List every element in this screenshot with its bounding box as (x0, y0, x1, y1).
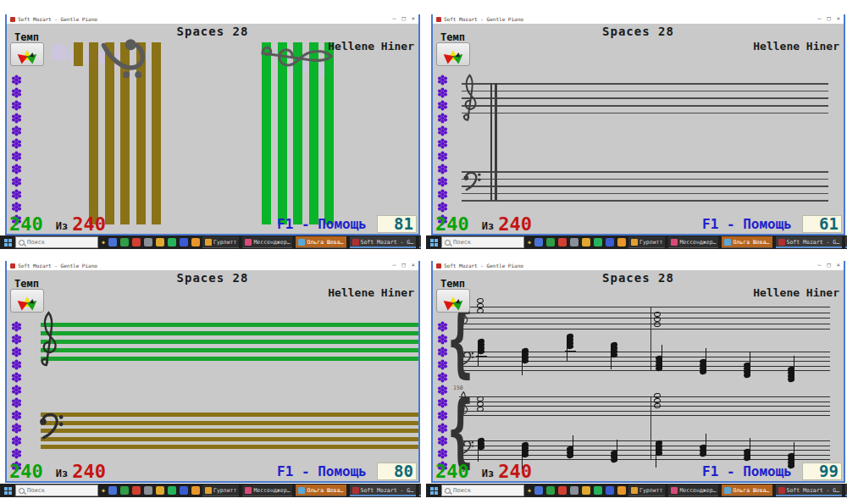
note-stem (573, 435, 573, 457)
taskbar-task-button[interactable]: Soft Mozart - G… (776, 236, 842, 248)
taskbar-app-icon[interactable] (558, 238, 567, 246)
task-label: Soft Mozart - G… (787, 487, 840, 494)
taskbar-app-icon[interactable] (582, 486, 590, 495)
windows-taskbar-bottom-right: ✦ ГурлиттМессенджер…Ольга Шева…Soft Moza… (426, 484, 847, 497)
taskbar-app-icon[interactable] (156, 486, 164, 495)
taskbar-task-button[interactable]: Мессенджер… (242, 236, 292, 248)
taskbar-app-icon[interactable] (582, 238, 590, 246)
tempo-button[interactable] (10, 289, 44, 313)
taskbar-app-icon[interactable] (108, 238, 117, 246)
notehead (653, 321, 661, 328)
taskbar-task-button[interactable]: Ольга Шева… (722, 485, 772, 496)
search-input[interactable] (453, 239, 521, 246)
start-button[interactable] (429, 237, 439, 247)
cortana-sparkle-icon[interactable]: ✦ (101, 238, 106, 246)
taskbar-app-icon[interactable] (168, 238, 176, 246)
search-input[interactable] (27, 487, 95, 494)
taskbar-task-button[interactable]: Ольга Шева… (722, 236, 772, 248)
taskbar-task-button[interactable]: Гурлитт (628, 236, 665, 248)
taskbar-app-icon[interactable] (558, 486, 567, 495)
taskbar-app-icon[interactable] (120, 486, 129, 495)
taskbar-app-icon[interactable] (108, 486, 117, 495)
taskbar-app-icon[interactable] (132, 238, 141, 246)
taskbar-app-icon[interactable] (617, 486, 626, 495)
search-box[interactable] (441, 485, 524, 496)
taskbar-task-button[interactable]: Ольга Шева… (296, 236, 346, 248)
close-button[interactable]: × (837, 262, 840, 269)
app-window-top-left: Soft Mozart - Gentle Piano – □ × Spaces … (5, 14, 420, 235)
search-box[interactable] (441, 236, 524, 248)
taskbar-app-icon[interactable] (534, 238, 543, 246)
staff-line (462, 193, 828, 195)
task-app-icon (671, 487, 678, 494)
start-button[interactable] (3, 237, 13, 247)
taskbar-task-button[interactable]: Гурлитт (628, 485, 665, 496)
close-button[interactable]: × (837, 15, 840, 23)
taskbar-app-icon[interactable] (132, 486, 141, 495)
start-button[interactable] (429, 485, 439, 496)
minimize-button[interactable]: – (392, 262, 396, 269)
taskbar-task-button[interactable]: Гурлитт (202, 485, 239, 496)
minimize-button[interactable]: – (817, 15, 821, 23)
flower-icon (11, 396, 22, 407)
taskbar-app-icon[interactable] (156, 238, 164, 246)
taskbar-app-icon[interactable] (180, 486, 188, 495)
taskbar-task-button[interactable]: Soft Mozart - G… (776, 485, 842, 496)
taskbar-app-icons (108, 238, 200, 246)
taskbar-app-icon[interactable] (570, 238, 579, 246)
flower-icon (437, 136, 448, 147)
window-content: Spaces 28 Hellene Hiner Темп 240 Из 240 … (7, 24, 418, 234)
stage: {{120150 (433, 270, 844, 481)
taskbar-task-button[interactable]: Мессенджер… (668, 485, 718, 496)
taskbar-task-button[interactable]: Гамма и арпе… (419, 485, 421, 496)
maximize-button[interactable]: □ (828, 15, 831, 23)
search-input[interactable] (453, 487, 521, 494)
taskbar-app-icon[interactable] (594, 238, 602, 246)
taskbar-app-icon[interactable] (617, 238, 626, 246)
taskbar-app-icon[interactable] (594, 486, 602, 495)
close-button[interactable]: × (412, 262, 415, 269)
tempo-button[interactable] (436, 42, 470, 66)
search-box[interactable] (15, 236, 98, 248)
close-button[interactable]: × (412, 15, 415, 23)
minimize-button[interactable]: – (817, 262, 821, 269)
taskbar-app-icon[interactable] (144, 238, 152, 246)
minimize-button[interactable]: – (392, 15, 396, 23)
maximize-button[interactable]: □ (828, 262, 831, 269)
taskbar-app-icon[interactable] (534, 486, 543, 495)
cortana-sparkle-icon[interactable]: ✦ (527, 486, 532, 495)
taskbar-app-icons (534, 238, 626, 246)
taskbar-task-button[interactable]: Мессенджер… (668, 236, 718, 248)
search-box[interactable] (15, 485, 98, 496)
taskbar-app-icon[interactable] (191, 238, 200, 246)
tempo-button[interactable] (10, 42, 44, 66)
flower-icon (11, 370, 22, 381)
taskbar-task-button[interactable]: Soft Mozart - G… (350, 485, 416, 496)
taskbar-app-icon[interactable] (546, 238, 555, 246)
taskbar-app-icon[interactable] (606, 486, 614, 495)
taskbar-app-icon[interactable] (144, 486, 152, 495)
taskbar-task-button[interactable]: Гамма и арпе… (419, 236, 421, 248)
taskbar-app-icon[interactable] (180, 238, 188, 246)
cortana-sparkle-icon[interactable]: ✦ (101, 486, 106, 495)
ledger-line (565, 351, 576, 352)
taskbar-app-icon[interactable] (120, 238, 129, 246)
taskbar-task-button[interactable]: Ольга Шева… (296, 485, 346, 496)
taskbar-task-button[interactable]: Гурлитт (202, 236, 239, 248)
taskbar-app-icon[interactable] (606, 238, 614, 246)
maximize-button[interactable]: □ (402, 15, 406, 23)
taskbar-app-icon[interactable] (191, 486, 200, 495)
cortana-sparkle-icon[interactable]: ✦ (527, 238, 532, 246)
search-icon (19, 240, 25, 246)
start-button[interactable] (3, 485, 13, 496)
tempo-button[interactable] (436, 289, 470, 313)
staff-line (462, 83, 828, 85)
taskbar-app-icon[interactable] (546, 486, 555, 495)
maximize-button[interactable]: □ (402, 262, 406, 269)
taskbar-app-icon[interactable] (168, 486, 176, 495)
taskbar-app-icon[interactable] (570, 486, 579, 495)
search-input[interactable] (27, 239, 95, 246)
taskbar-task-button[interactable]: Soft Mozart - G… (350, 236, 416, 248)
taskbar-task-button[interactable]: Мессенджер… (242, 485, 292, 496)
staff-line (41, 340, 418, 344)
